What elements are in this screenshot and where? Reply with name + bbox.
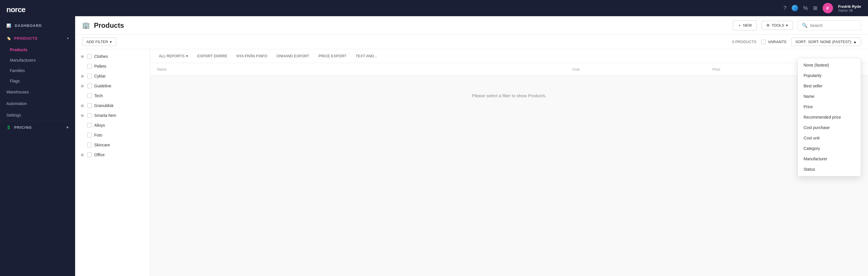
add-filter-button[interactable]: ADD FILTER ▾ xyxy=(82,37,116,46)
expand-icon xyxy=(80,123,85,128)
tab-nya-fran-finfo[interactable]: NYA FRÅN FINFO xyxy=(232,52,271,60)
list-item[interactable]: Foto xyxy=(75,130,150,140)
help-icon[interactable]: ? xyxy=(783,5,786,11)
sort-chevron-icon: ▲ xyxy=(853,39,857,44)
search-input[interactable] xyxy=(810,23,856,28)
sort-option-best-seller[interactable]: Best seller xyxy=(798,81,861,91)
sidebar-item-automation[interactable]: Automation xyxy=(0,98,75,109)
variants-toggle[interactable]: VARIANTS xyxy=(761,39,786,44)
reports-tabs: ALL REPORTS ▾ EXPORT DORRE NYA FRÅN FINF… xyxy=(150,49,868,63)
list-item[interactable]: ⊕ Smarta hem xyxy=(75,111,150,120)
app-logo: norce xyxy=(6,5,25,14)
sidebar-item-flags[interactable]: Flags xyxy=(0,76,75,86)
category-add-item[interactable]: ⊕ Clothes xyxy=(75,52,150,61)
category-checkbox[interactable] xyxy=(87,133,92,137)
dashboard-icon: 📊 xyxy=(6,23,11,28)
tab-text-and[interactable]: TEXT AND... xyxy=(352,52,381,60)
category-checkbox[interactable] xyxy=(87,153,92,157)
sidebar-pricing-label: PRICING xyxy=(14,125,32,130)
search-icon: 🔍 xyxy=(802,23,808,28)
discount-icon[interactable]: % xyxy=(803,5,808,11)
category-checkbox[interactable] xyxy=(87,64,92,68)
filter-chevron-icon: ▾ xyxy=(110,39,112,44)
list-item[interactable]: ⊕ Cyklar xyxy=(75,71,150,81)
category-skincare-label: Skincare xyxy=(94,143,110,147)
expand-icon xyxy=(80,93,85,98)
page-title-icon: 🏢 xyxy=(82,22,90,29)
sort-option-none[interactable]: None (fastest) xyxy=(798,60,861,70)
products-section-icon: 🏷️ xyxy=(6,36,11,40)
sort-option-price[interactable]: Price xyxy=(798,102,861,112)
table-area: Name Cost Price On hand Please select a … xyxy=(150,63,868,276)
expand-icon xyxy=(80,143,85,147)
category-checkbox[interactable] xyxy=(87,123,92,128)
variants-checkbox[interactable] xyxy=(761,39,766,44)
category-checkbox[interactable] xyxy=(87,93,92,98)
category-tech-label: Tech xyxy=(94,93,103,98)
category-checkbox[interactable] xyxy=(87,103,92,108)
tab-price-export[interactable]: PRICE EXPORT xyxy=(314,52,350,60)
col-cost-header: Cost xyxy=(439,67,579,72)
tab-export-dorre[interactable]: EXPORT DORRE xyxy=(193,52,231,60)
list-item[interactable]: ⊕ Granuldisk xyxy=(75,101,150,111)
category-cyklar-label: Cyklar xyxy=(94,74,106,78)
list-item[interactable]: Pellets xyxy=(75,61,150,71)
sidebar-pricing-header[interactable]: 💲 PRICING ▾ xyxy=(0,121,75,134)
sidebar-item-warehouses[interactable]: Warehouses xyxy=(0,86,75,98)
category-smarta-hem-label: Smarta hem xyxy=(94,113,116,118)
sort-option-name[interactable]: Name xyxy=(798,91,861,102)
category-pellets-label: Pellets xyxy=(94,64,106,68)
tab-onhand-export[interactable]: ONHAND EXPORT xyxy=(273,52,313,60)
sort-option-recommended-price[interactable]: Recommended price xyxy=(798,112,861,122)
tab-all-reports[interactable]: ALL REPORTS ▾ xyxy=(155,52,192,60)
sidebar-section-products: 🏷️ PRODUCTS ▾ Products Manufacturers Fam… xyxy=(0,32,75,86)
sort-option-popularity[interactable]: Popularity xyxy=(798,70,861,81)
sort-label: SORT: xyxy=(796,39,806,44)
filter-bar: ADD FILTER ▾ 0 PRODUCTS VARIANTS SORT: S… xyxy=(75,35,868,49)
sort-option-cost-purchase[interactable]: Cost purchase xyxy=(798,122,861,133)
sidebar-item-manufacturers[interactable]: Manufacturers xyxy=(0,55,75,65)
new-button[interactable]: ＋ NEW xyxy=(733,21,757,30)
right-panel: ALL REPORTS ▾ EXPORT DORRE NYA FRÅN FINF… xyxy=(150,49,868,276)
category-checkbox[interactable] xyxy=(87,143,92,147)
sidebar-item-dashboard[interactable]: 📊 Dashboard xyxy=(0,19,75,32)
sort-option-category[interactable]: Category xyxy=(798,143,861,154)
avatar[interactable]: F xyxy=(823,3,833,13)
list-item[interactable]: Alloys xyxy=(75,120,150,130)
sort-button[interactable]: SORT: SORT: NONE (FASTEST) ▲ xyxy=(791,37,861,46)
plus-icon: ＋ xyxy=(738,23,741,28)
sidebar-item-products[interactable]: Products xyxy=(0,45,75,55)
language-icon[interactable] xyxy=(792,5,798,11)
sort-option-status[interactable]: Status xyxy=(798,164,861,174)
list-item[interactable]: ⊕ Guideline xyxy=(75,81,150,91)
list-item[interactable]: Skincare xyxy=(75,140,150,150)
tools-button[interactable]: ⚙ TOOLS ▾ xyxy=(762,21,793,30)
pricing-chevron-icon: ▾ xyxy=(66,125,69,130)
user-name: Fredrik Ryde xyxy=(838,4,861,9)
category-checkbox[interactable] xyxy=(87,84,92,88)
expand-icon: ⊕ xyxy=(80,153,85,157)
page-header-actions: ＋ NEW ⚙ TOOLS ▾ 🔍 xyxy=(733,20,861,30)
table-header: Name Cost Price On hand xyxy=(150,63,868,76)
sort-option-manufacturer[interactable]: Manufacturer xyxy=(798,154,861,164)
add-icon: ⊕ xyxy=(80,54,85,59)
category-checkbox[interactable] xyxy=(87,113,92,118)
search-box[interactable]: 🔍 xyxy=(798,20,861,30)
category-panel: ⊕ Clothes Pellets ⊕ Cyklar ⊕ Guideline xyxy=(75,49,150,276)
sort-option-cost-unit[interactable]: Cost unit xyxy=(798,133,861,143)
logo-area: norce xyxy=(0,0,75,19)
products-chevron-icon: ▾ xyxy=(67,37,69,40)
category-checkbox[interactable] xyxy=(87,74,92,78)
expand-icon: ⊕ xyxy=(80,113,85,118)
pricing-icon: 💲 xyxy=(6,125,11,130)
category-checkbox[interactable] xyxy=(87,54,92,59)
sidebar-item-families[interactable]: Families xyxy=(0,65,75,76)
sidebar-products-header[interactable]: 🏷️ PRODUCTS ▾ xyxy=(0,32,75,45)
grid-icon[interactable]: ⊞ xyxy=(813,5,817,11)
list-item[interactable]: ⊕ Office xyxy=(75,150,150,160)
page-title-area: 🏢 Products xyxy=(82,21,124,29)
expand-icon: ⊕ xyxy=(80,84,85,88)
page-title: Products xyxy=(94,21,124,29)
list-item[interactable]: Tech xyxy=(75,91,150,101)
sidebar-item-settings[interactable]: Settings xyxy=(0,109,75,121)
